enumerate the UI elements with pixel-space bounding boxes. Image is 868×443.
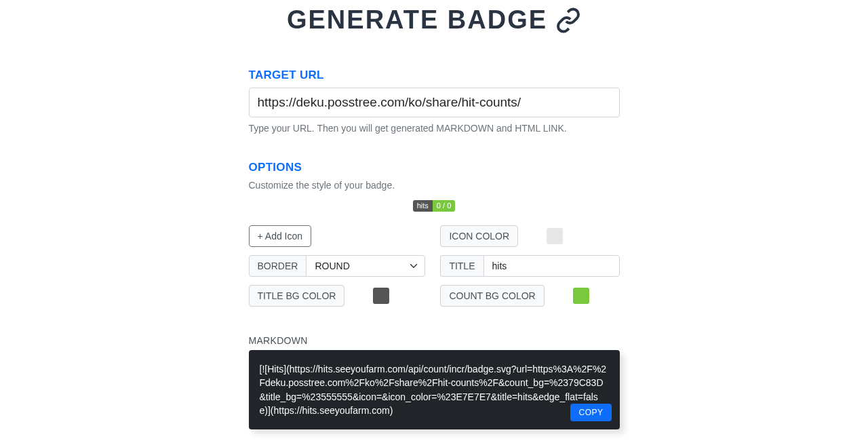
page-title: GENERATE BADGE <box>287 5 581 35</box>
icon-color-label: ICON COLOR <box>440 225 518 247</box>
copy-markdown-button[interactable]: COPY <box>570 404 611 421</box>
target-url-input[interactable] <box>249 88 620 117</box>
target-url-label: TARGET URL <box>249 69 620 82</box>
add-icon-button[interactable]: + Add Icon <box>249 225 312 247</box>
markdown-code: [![Hits](https://hits.seeyoufarm.com/api… <box>260 364 607 416</box>
markdown-output: [![Hits](https://hits.seeyoufarm.com/api… <box>249 350 620 429</box>
border-label: BORDER <box>249 255 307 277</box>
border-select[interactable]: ROUND <box>306 255 425 277</box>
badge-preview-left: hits <box>413 200 433 212</box>
count-bg-color-label: COUNT BG COLOR <box>440 285 544 307</box>
count-bg-color-swatch[interactable] <box>573 288 589 304</box>
page-title-text: GENERATE BADGE <box>287 5 547 35</box>
badge-preview-right: 0 / 0 <box>433 200 455 212</box>
title-input[interactable] <box>484 255 620 277</box>
title-bg-color-swatch[interactable] <box>373 288 389 304</box>
markdown-label: MARKDOWN <box>249 335 620 346</box>
target-url-helper: Type your URL. Then you will get generat… <box>249 123 620 134</box>
title-bg-color-label: TITLE BG COLOR <box>249 285 345 307</box>
link-icon <box>555 7 581 33</box>
title-label: TITLE <box>440 255 483 277</box>
badge-preview: hits 0 / 0 <box>249 199 620 212</box>
options-helper: Customize the style of your badge. <box>249 180 620 191</box>
icon-color-swatch[interactable] <box>547 228 563 244</box>
options-label: OPTIONS <box>249 161 620 174</box>
